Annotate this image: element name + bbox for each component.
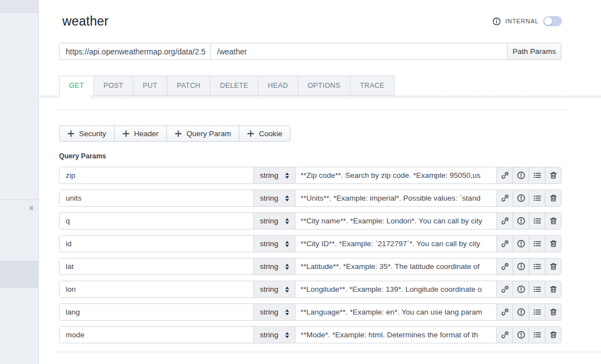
link-icon	[501, 285, 509, 293]
param-enum-button[interactable]	[529, 258, 545, 275]
sidebar-selected-item[interactable]	[0, 261, 38, 288]
internal-label: INTERNAL	[505, 18, 539, 24]
param-name-input[interactable]: lang	[60, 304, 254, 320]
param-row-actions	[496, 213, 561, 229]
param-link-button[interactable]	[496, 327, 513, 343]
param-delete-button[interactable]	[545, 258, 561, 275]
trash-icon	[549, 262, 558, 271]
param-delete-button[interactable]	[545, 327, 561, 343]
param-description-input[interactable]: **Units**. *Example: imperial*. Possible…	[295, 190, 496, 206]
chevron-up-down-icon	[284, 217, 290, 225]
plus-icon	[122, 130, 130, 137]
list-icon	[533, 262, 541, 271]
param-type-value: string	[260, 240, 278, 248]
path-params-button[interactable]: Path Params	[507, 43, 561, 60]
param-required-button[interactable]	[513, 213, 529, 229]
info-icon	[492, 17, 501, 26]
section-divider	[56, 109, 568, 110]
param-required-button[interactable]	[513, 236, 529, 252]
param-name-input[interactable]: id	[60, 236, 254, 252]
param-link-button[interactable]	[496, 281, 513, 297]
param-type-select[interactable]: string	[254, 167, 295, 183]
param-name-input[interactable]: units	[60, 190, 254, 206]
param-link-button[interactable]	[496, 213, 513, 229]
bottom-divider	[56, 352, 601, 352]
param-required-button[interactable]	[513, 327, 529, 343]
param-link-button[interactable]	[496, 304, 513, 320]
add-query-param-button[interactable]: Query Param	[166, 126, 239, 142]
param-type-select[interactable]: string	[254, 258, 295, 275]
method-tab-delete[interactable]: DELETE	[210, 76, 258, 96]
param-required-button[interactable]	[513, 258, 529, 275]
param-delete-button[interactable]	[545, 304, 561, 320]
add-cookie-button[interactable]: Cookie	[239, 126, 290, 142]
param-name-input[interactable]: zip	[60, 167, 254, 183]
param-row-actions	[496, 281, 561, 297]
param-name-input[interactable]: lon	[60, 281, 254, 297]
param-description-input[interactable]: **Latitude**. *Example: 35*. The latitud…	[295, 258, 496, 275]
param-type-value: string	[260, 171, 278, 179]
param-name-input[interactable]: q	[60, 213, 254, 229]
param-delete-button[interactable]	[545, 281, 561, 297]
param-required-button[interactable]	[513, 304, 529, 320]
param-type-select[interactable]: string	[254, 327, 295, 343]
method-tab-patch[interactable]: PATCH	[167, 76, 211, 96]
param-enum-button[interactable]	[529, 167, 545, 183]
param-type-select[interactable]: string	[254, 236, 295, 252]
internal-toggle[interactable]	[543, 16, 562, 26]
param-row-actions	[496, 190, 561, 206]
param-delete-button[interactable]	[545, 190, 561, 206]
add-security-button[interactable]: Security	[59, 126, 115, 142]
list-icon	[533, 171, 541, 179]
param-delete-button[interactable]	[545, 213, 561, 229]
param-row-actions	[496, 327, 561, 343]
param-required-button[interactable]	[513, 190, 529, 206]
param-description-input[interactable]: **Zip code**. Search by zip code. *Examp…	[295, 167, 496, 183]
method-tab-trace[interactable]: TRACE	[350, 76, 395, 96]
param-description-input[interactable]: **Language**. *Example: en*. You can use…	[295, 304, 496, 320]
base-url-input[interactable]: https://api.openweathermap.org/data/2.5	[59, 43, 211, 60]
method-tab-put[interactable]: PUT	[133, 76, 168, 96]
param-enum-button[interactable]	[529, 213, 545, 229]
param-link-button[interactable]	[496, 258, 513, 275]
param-description-input[interactable]: **City name**. *Example: London*. You ca…	[295, 213, 496, 229]
list-icon	[533, 285, 541, 293]
param-type-select[interactable]: string	[254, 190, 295, 206]
link-icon	[501, 217, 509, 225]
param-type-select[interactable]: string	[254, 213, 295, 229]
param-link-button[interactable]	[496, 167, 513, 183]
param-type-select[interactable]: string	[254, 304, 295, 320]
param-enum-button[interactable]	[529, 327, 545, 343]
chevron-up-down-icon	[284, 263, 290, 271]
param-type-select[interactable]: string	[254, 281, 295, 297]
plus-icon	[247, 130, 254, 137]
param-enum-button[interactable]	[529, 281, 545, 297]
param-name-input[interactable]: mode	[60, 327, 254, 343]
add-header-button[interactable]: Header	[114, 126, 167, 142]
param-description-input[interactable]: **City ID**. *Example: `2172797`*. You c…	[295, 236, 496, 252]
param-enum-button[interactable]	[529, 304, 545, 320]
close-icon[interactable]: ✕	[28, 205, 35, 212]
path-input[interactable]: /weather	[210, 43, 508, 60]
param-enum-button[interactable]	[529, 236, 545, 252]
tab-strip-shadow	[39, 96, 601, 99]
link-icon	[501, 308, 509, 316]
param-delete-button[interactable]	[545, 167, 561, 183]
method-tab-get[interactable]: GET	[59, 76, 94, 96]
param-name-input[interactable]: lat	[60, 258, 254, 275]
param-description-input[interactable]: **Mode*. *Example: html. Determines the …	[295, 327, 496, 343]
param-description-input[interactable]: **Longitude**. *Example: 139*. Longitude…	[295, 281, 496, 297]
method-tab-post[interactable]: POST	[93, 76, 134, 96]
param-enum-button[interactable]	[529, 190, 545, 206]
param-link-button[interactable]	[496, 236, 513, 252]
method-tab-head[interactable]: HEAD	[258, 76, 298, 96]
param-type-value: string	[260, 194, 278, 202]
method-tab-options[interactable]: OPTIONS	[298, 76, 351, 96]
query-param-row: id string **City ID**. *Example: `217279…	[59, 235, 561, 252]
param-link-button[interactable]	[496, 190, 513, 206]
param-delete-button[interactable]	[545, 236, 561, 252]
param-required-button[interactable]	[513, 281, 529, 297]
plus-icon	[67, 130, 75, 137]
param-required-button[interactable]	[513, 167, 529, 183]
query-param-row: units string **Units**. *Example: imperi…	[59, 190, 561, 207]
